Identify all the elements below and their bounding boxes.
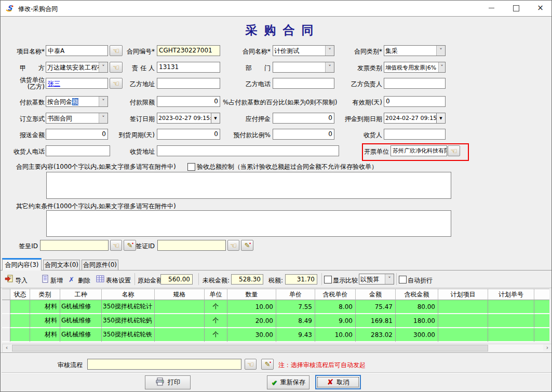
cell-name[interactable]: 350搅拌机砣轮铁 xyxy=(102,328,155,342)
project-name-input[interactable]: 中泰A xyxy=(46,45,108,56)
cell-price[interactable]: 7.55 xyxy=(276,300,315,314)
duty-person-input[interactable]: 13131 xyxy=(157,62,220,73)
autowrap-checkbox[interactable] xyxy=(399,276,407,283)
print-button[interactable]: 打印 xyxy=(145,375,191,389)
cell-spec[interactable] xyxy=(155,314,205,328)
scroll-right-button[interactable]: › xyxy=(543,344,551,351)
supplier-input[interactable]: 张三 xyxy=(46,78,108,89)
cell-taxed-price[interactable]: 10.00 xyxy=(315,328,356,342)
compare-mode-combo[interactable]: 以预算 ˅ xyxy=(359,274,394,285)
receive-address-input[interactable] xyxy=(157,145,339,156)
cell-taxed-amount[interactable]: 180.00 xyxy=(396,314,438,328)
contract-type-combo[interactable]: 集采 ˅ xyxy=(384,45,446,56)
other-terms-textarea[interactable] xyxy=(46,210,451,237)
cell-plan-no[interactable] xyxy=(488,300,534,314)
invoice-type-combo[interactable]: 增值税专用发票|6% ˅ xyxy=(384,62,446,73)
maximize-button[interactable] xyxy=(504,1,528,16)
tab-contract-content[interactable]: 合同内容(3) xyxy=(2,258,42,271)
cell-status[interactable] xyxy=(10,300,30,314)
table-row[interactable]: 材料 G机械维修 350搅拌机砣轮蚂 个 20.00 8.49 9.00 169… xyxy=(2,314,549,328)
tab-contract-original[interactable]: 合同原件(0) xyxy=(82,260,118,271)
chevron-down-icon[interactable]: ˅ xyxy=(99,113,107,123)
delivery-days-input[interactable]: 0 xyxy=(157,129,220,140)
cell-plan-project[interactable] xyxy=(438,300,488,314)
cell-plan-project[interactable] xyxy=(438,328,488,342)
qiancheng-picker-button[interactable]: ☜ xyxy=(110,240,122,251)
contract-no-input[interactable]: CGHT230227001 xyxy=(157,45,220,56)
sign-date-picker[interactable]: 2023-02-27 09:15: ▼ xyxy=(157,113,220,124)
cell-plan-no[interactable] xyxy=(488,314,534,328)
qianzheng-id-input[interactable] xyxy=(157,240,226,251)
cell-worktype[interactable]: G机械维修 xyxy=(60,328,102,342)
cell-plan-project[interactable] xyxy=(438,314,488,328)
horizontal-scrollbar[interactable]: ‹ › xyxy=(2,344,552,353)
chevron-down-icon[interactable]: ˅ xyxy=(99,62,107,72)
report-amount-input[interactable]: 0 xyxy=(46,129,108,140)
payment-base-combo[interactable]: 按合同金额 ˅ xyxy=(46,96,108,107)
cell-taxed-amount[interactable]: 300.00 xyxy=(396,328,438,342)
table-row[interactable]: 材料 G机械维修 350搅拌机砣轮铁 个 30.00 9.43 10.00 28… xyxy=(2,328,549,342)
cell-spec[interactable] xyxy=(155,328,205,342)
qianzheng-picker-button[interactable]: ☜ xyxy=(227,240,239,251)
cell-unit[interactable]: 个 xyxy=(205,300,227,314)
chevron-down-icon[interactable]: ˅ xyxy=(385,274,394,284)
audit-flow-picker-button[interactable]: ☜ xyxy=(245,359,257,370)
main-content-textarea[interactable] xyxy=(46,172,451,199)
tab-contract-text[interactable]: 合同文本(0) xyxy=(43,260,80,271)
cell-amount[interactable]: 283.02 xyxy=(356,328,396,342)
cell-category[interactable]: 材料 xyxy=(30,300,60,314)
chevron-down-icon[interactable]: ˅ xyxy=(438,62,445,72)
cell-amount[interactable]: 169.81 xyxy=(356,314,396,328)
cell-status[interactable] xyxy=(10,328,30,342)
scroll-left-button[interactable]: ‹ xyxy=(3,344,11,351)
supplier-link-text[interactable]: 张三 xyxy=(48,80,60,87)
cell-worktype[interactable]: G机械维修 xyxy=(60,314,102,328)
cell-taxed-price[interactable]: 8.00 xyxy=(315,300,356,314)
cell-category[interactable]: 材料 xyxy=(30,314,60,328)
chevron-down-icon[interactable]: ˅ xyxy=(436,46,445,56)
cell-name[interactable]: 350搅拌机砣轮蚂 xyxy=(102,314,155,328)
receiver-phone-input[interactable] xyxy=(46,145,110,156)
cell-taxed-price[interactable]: 9.00 xyxy=(315,314,356,328)
cancel-button[interactable]: ✘ 取消 xyxy=(315,375,361,389)
qiancheng-id-input[interactable] xyxy=(40,240,109,251)
cell-price[interactable]: 8.49 xyxy=(276,314,315,328)
cell-name[interactable]: 350搅拌机砣轮计 xyxy=(102,300,155,314)
audit-flow-input[interactable] xyxy=(87,359,241,370)
close-button[interactable]: × xyxy=(529,1,552,16)
cell-worktype[interactable]: G机械维修 xyxy=(60,300,102,314)
scrollbar-thumb[interactable] xyxy=(12,345,488,352)
cell-unit[interactable]: 个 xyxy=(205,314,227,328)
table-row[interactable]: 材料 G机械维修 350搅拌机砣轮计 个 10.00 7.55 8.00 75.… xyxy=(2,300,549,314)
cell-qty[interactable]: 20.00 xyxy=(227,314,276,328)
receiver-input[interactable] xyxy=(384,129,446,140)
cell-amount[interactable]: 75.47 xyxy=(356,300,396,314)
cell-category[interactable]: 材料 xyxy=(30,328,60,342)
invoice-unit-input[interactable]: 苏州广欣净化科技有限 xyxy=(391,145,447,156)
resave-button[interactable]: ✔ 重新保存 xyxy=(267,375,309,389)
row-indicator[interactable] xyxy=(2,314,10,328)
party-b-leader-input[interactable] xyxy=(384,78,446,89)
form-mode-combo[interactable]: 书面合同 ˅ xyxy=(46,113,108,124)
payment-limit-input[interactable]: 0 xyxy=(157,96,220,107)
cell-spec[interactable] xyxy=(155,300,205,314)
cell-taxed-amount[interactable]: 80.00 xyxy=(396,300,438,314)
deposit-due-picker[interactable]: 2024-02-27 09:15: ▼ xyxy=(384,113,446,124)
accept-total-control-checkbox[interactable] xyxy=(187,163,195,171)
delete-button[interactable]: 删除 xyxy=(78,276,90,285)
cell-qty[interactable]: 10.00 xyxy=(227,300,276,314)
add-button[interactable]: 新增 xyxy=(50,276,63,285)
party-a-combo[interactable]: 万达建筑安装工程有 ˅ xyxy=(46,62,108,73)
valid-days-input[interactable]: 0 xyxy=(384,96,446,107)
cell-qty[interactable]: 30.00 xyxy=(227,328,276,342)
invoice-unit-picker-button[interactable]: ☜ xyxy=(448,145,460,156)
import-button[interactable]: 导入 xyxy=(15,276,28,285)
cell-unit[interactable]: 个 xyxy=(205,328,227,342)
cell-price[interactable]: 9.43 xyxy=(276,328,315,342)
chevron-down-icon[interactable]: ˅ xyxy=(99,97,107,106)
audit-flow-edit-button[interactable]: ✎ xyxy=(261,359,274,370)
compare-checkbox[interactable] xyxy=(324,276,332,283)
cell-plan-no[interactable] xyxy=(488,328,534,342)
party-b-address-input[interactable] xyxy=(157,78,220,89)
row-indicator[interactable] xyxy=(2,300,10,314)
